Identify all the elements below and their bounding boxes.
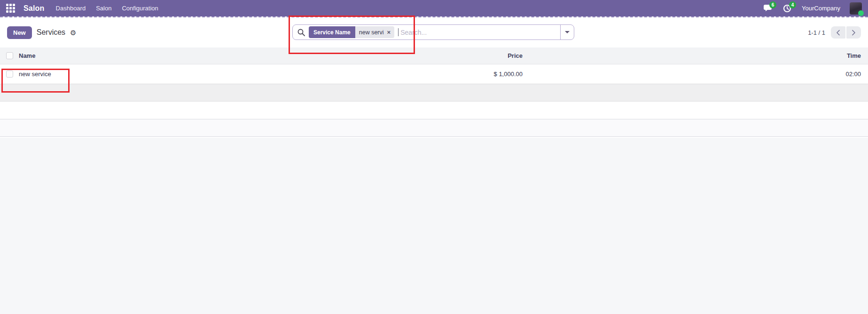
navbar-right: 6 4 YourCompany — [762, 2, 862, 15]
messages-button[interactable]: 6 — [762, 4, 773, 13]
select-all-checkbox[interactable] — [6, 52, 13, 59]
pager-previous-button[interactable] — [831, 26, 845, 39]
search-icon — [293, 29, 309, 36]
table-header-row: Name Price Time — [0, 47, 868, 64]
empty-row-stripe-light — [0, 119, 868, 137]
pager-buttons — [831, 26, 861, 39]
page-title: Services — [37, 28, 65, 37]
breadcrumb-area: New Services ⚙ — [7, 26, 77, 39]
apps-menu-icon[interactable] — [6, 4, 15, 13]
header-checkbox-cell — [0, 52, 19, 59]
row-checkbox[interactable] — [6, 71, 13, 78]
menu-item-configuration[interactable]: Configuration — [122, 5, 158, 12]
new-button[interactable]: New — [7, 26, 32, 39]
messages-count-badge: 6 — [769, 1, 776, 8]
facet-value-text: new servi — [359, 29, 384, 36]
navbar-menu: Dashboard Salon Configuration — [56, 5, 158, 12]
pager-next-button[interactable] — [846, 26, 861, 39]
column-header-time[interactable]: Time — [523, 52, 868, 59]
empty-row-white — [0, 102, 868, 119]
search-bar: Service Name new servi × — [292, 24, 574, 40]
company-switcher[interactable]: YourCompany — [802, 5, 840, 12]
top-navbar: Salon Dashboard Salon Configuration 6 4 — [0, 0, 868, 16]
cell-service-name[interactable]: new service — [19, 71, 278, 78]
column-header-name[interactable]: Name — [19, 52, 278, 59]
search-options-toggle[interactable] — [560, 25, 574, 39]
facet-remove-icon[interactable]: × — [387, 29, 391, 35]
facet-field-label: Service Name — [309, 26, 355, 38]
online-status-dot — [858, 10, 864, 16]
menu-item-salon[interactable]: Salon — [96, 5, 111, 12]
user-menu-button[interactable] — [850, 2, 862, 15]
gear-icon[interactable]: ⚙ — [70, 29, 76, 36]
row-checkbox-cell — [0, 71, 19, 78]
table-row[interactable]: new service $ 1,000.00 02:00 — [0, 64, 868, 84]
navbar-left: Salon Dashboard Salon Configuration — [6, 4, 158, 13]
chevron-right-icon — [852, 30, 856, 36]
pager-range: 1-1 / 1 — [808, 29, 825, 36]
facet-value: new servi × — [355, 26, 394, 38]
chevron-left-icon — [836, 30, 840, 36]
search-facet: Service Name new servi × — [309, 26, 394, 38]
chevron-down-icon — [565, 31, 570, 33]
pager: 1-1 / 1 — [808, 26, 861, 39]
search-input[interactable] — [399, 29, 560, 36]
content-background — [0, 138, 868, 314]
app-brand[interactable]: Salon — [23, 4, 45, 13]
list-view: Name Price Time new service $ 1,000.00 0… — [0, 47, 868, 137]
activities-count-badge: 4 — [789, 1, 796, 8]
cell-time: 02:00 — [523, 71, 868, 78]
empty-row-stripe — [0, 84, 868, 102]
activities-button[interactable]: 4 — [782, 4, 792, 13]
menu-item-dashboard[interactable]: Dashboard — [56, 5, 86, 12]
column-header-price[interactable]: Price — [278, 52, 523, 59]
control-panel: New Services ⚙ Service Name new servi × … — [0, 16, 868, 47]
cell-price: $ 1,000.00 — [278, 71, 523, 78]
